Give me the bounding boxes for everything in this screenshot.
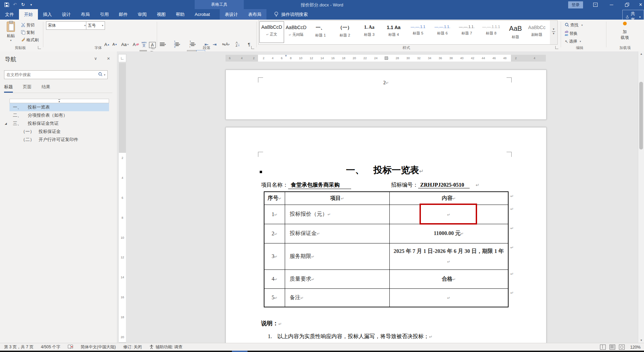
- horizontal-ruler[interactable]: 642 246810121416182022242628303234363840…: [226, 55, 546, 62]
- paste-clipboard-icon: [7, 22, 15, 32]
- style-no-spacing[interactable]: AaBbCcD↵ 无间隔: [284, 22, 308, 43]
- nav-collapse-headings-bar[interactable]: ▴: [9, 99, 109, 103]
- replace-button[interactable]: abac 替换: [565, 30, 578, 37]
- style-normal[interactable]: AaBbCcD↵ 正文: [259, 21, 284, 43]
- style-heading-2[interactable]: （一）标题 2: [333, 22, 357, 43]
- vertical-scrollbar[interactable]: ▲ ▼: [638, 51, 644, 343]
- print-layout-icon[interactable]: [609, 345, 615, 350]
- language-indicator[interactable]: 简体中文(中国大陆): [81, 344, 116, 350]
- qat-customize-icon[interactable]: ▾: [27, 1, 35, 8]
- copy-button[interactable]: 复制: [21, 30, 35, 36]
- style-heading-7[interactable]: —.—.1.1.标题 7: [455, 22, 479, 43]
- clear-formatting-icon[interactable]: A: [133, 41, 139, 48]
- styles-gallery: AaBbCcD↵ 正文 AaBbCcD↵ 无间隔 一、标题 1 （一）标题 2 …: [258, 20, 550, 45]
- vertical-ruler[interactable]: 2468101214161820: [119, 63, 126, 343]
- numbering-button[interactable]: 123▾: [174, 41, 180, 48]
- restore-icon[interactable]: [620, 0, 634, 9]
- nav-collapse-icon[interactable]: ∨: [94, 56, 97, 61]
- row-end-mark: ↵: [510, 194, 514, 198]
- nav-tab-headings[interactable]: 标题: [4, 84, 13, 93]
- page-2[interactable]: 2↵: [226, 70, 546, 120]
- bullets-button[interactable]: ▾: [160, 41, 166, 48]
- font-name-select[interactable]: 宋体▾: [46, 21, 87, 30]
- first-line-indent-marker[interactable]: ▼: [284, 54, 287, 57]
- signin-button[interactable]: 登录: [568, 1, 583, 8]
- tab-table-layout[interactable]: 表布局: [243, 9, 266, 20]
- minimize-icon[interactable]: ─: [605, 0, 618, 9]
- search-dropdown-icon[interactable]: ▾: [104, 73, 105, 76]
- tab-layout[interactable]: 布局: [76, 9, 95, 20]
- accessibility-icon[interactable]: [149, 345, 154, 350]
- accessibility-status[interactable]: 辅助功能: 调查: [156, 344, 183, 350]
- style-heading-4[interactable]: 1.1 Aa标题 4: [382, 22, 406, 43]
- table-column-marker[interactable]: [385, 56, 388, 60]
- read-mode-icon[interactable]: [600, 345, 606, 350]
- style-subtitle[interactable]: AaBbCc副标题: [525, 22, 549, 43]
- select-button[interactable]: ↖ 选择▾: [565, 39, 581, 44]
- font-size-select[interactable]: 五号▾: [86, 21, 105, 30]
- clipboard-dialog-launcher-icon[interactable]: [38, 46, 41, 49]
- phonetic-guide-button[interactable]: wén文: [142, 41, 147, 48]
- scroll-down-icon[interactable]: ▼: [638, 339, 644, 342]
- tab-acrobat[interactable]: Acrobat: [190, 9, 215, 20]
- tab-table-design[interactable]: 表设计: [220, 9, 243, 20]
- expand-triangle-icon[interactable]: ◢: [5, 122, 7, 125]
- style-heading-1[interactable]: 一、标题 1: [308, 22, 332, 43]
- style-heading-5[interactable]: —.—.1.1标题 5: [406, 22, 430, 43]
- scrollbar-thumb[interactable]: [639, 82, 643, 149]
- show-hide-marks-button[interactable]: ¶: [248, 41, 250, 48]
- word-count[interactable]: 4/505 个字: [41, 344, 60, 350]
- nav-heading-1[interactable]: 一、投标一览表: [9, 103, 109, 111]
- tab-home[interactable]: 开始: [19, 9, 38, 20]
- redo-icon[interactable]: ↻: [19, 1, 27, 8]
- nav-tab-results[interactable]: 结果: [42, 84, 50, 92]
- tab-insert[interactable]: 插入: [38, 9, 57, 20]
- tab-help[interactable]: 帮助: [171, 9, 190, 20]
- scroll-up-icon[interactable]: ▲: [638, 52, 644, 55]
- change-case-button[interactable]: Aa▾: [121, 41, 129, 48]
- format-painter-button[interactable]: 格式刷: [21, 37, 39, 43]
- tab-references[interactable]: 引用: [95, 9, 114, 20]
- cut-button[interactable]: 剪切: [21, 22, 35, 28]
- close-icon[interactable]: ×: [634, 0, 644, 9]
- nav-heading-3-1[interactable]: （一）投标保证金: [9, 127, 109, 136]
- tab-view[interactable]: 视图: [152, 9, 171, 20]
- proofing-icon[interactable]: [68, 345, 73, 350]
- nav-heading-2[interactable]: 二、分项报价表（如有）: [9, 111, 109, 119]
- font-dialog-launcher-icon[interactable]: [152, 46, 155, 49]
- ruler-margin-numbers: 642: [229, 55, 255, 62]
- web-layout-icon[interactable]: [619, 345, 625, 350]
- paragraph-dialog-launcher-icon[interactable]: [251, 46, 254, 49]
- nav-close-icon[interactable]: ×: [107, 55, 110, 61]
- addins-button[interactable]: 加 载项: [609, 22, 640, 41]
- save-icon[interactable]: [3, 1, 11, 8]
- tab-design[interactable]: 设计: [57, 9, 76, 20]
- undo-icon[interactable]: ↶: [11, 1, 19, 8]
- tab-file[interactable]: 文件: [0, 9, 19, 20]
- style-heading-3[interactable]: 1. Aa标题 3: [357, 22, 381, 43]
- zoom-level[interactable]: 120%: [630, 345, 641, 350]
- tab-stop-selector[interactable]: ∟: [118, 54, 126, 62]
- search-icon[interactable]: [98, 72, 103, 77]
- page-3[interactable]: 一、 投标一览表↵ 项目名称：食堂承包服务商采购招标编号：ZRHJPJ2025-…: [226, 127, 546, 343]
- nav-heading-3-2[interactable]: （二）开户行许可证复印件: [9, 136, 109, 144]
- table-row: 3↵ 服务期限↵ 2025 年 7 月 1 日-2026 年 6 月 30 日，…: [264, 243, 508, 269]
- style-title[interactable]: AaB标题: [503, 22, 528, 43]
- paste-button[interactable]: 粘贴 ▾: [3, 21, 19, 43]
- find-button[interactable]: 查找▾: [565, 22, 583, 28]
- nav-search-input[interactable]: 在文档中搜索 ▾: [4, 70, 108, 79]
- tell-me-search[interactable]: 操作说明搜索: [274, 11, 308, 18]
- tab-review[interactable]: 审阅: [133, 9, 152, 20]
- style-heading-8[interactable]: —.—.1.1.1标题 8: [479, 22, 503, 43]
- track-changes-indicator[interactable]: 修订: 关闭: [123, 344, 142, 350]
- ribbon-display-options-icon[interactable]: [588, 0, 602, 9]
- nav-tab-pages[interactable]: 页面: [23, 84, 31, 92]
- styles-more-button[interactable]: ▾▾: [550, 20, 558, 45]
- nav-heading-3[interactable]: ◢ 三、投标保证金凭证: [9, 119, 109, 127]
- page-indicator[interactable]: 第 3 页，共 7 页: [4, 344, 34, 350]
- styles-dialog-launcher-icon[interactable]: [555, 46, 558, 49]
- tab-mailings[interactable]: 邮件: [114, 9, 133, 20]
- notes-title: 说明：↵: [261, 320, 282, 327]
- style-heading-6[interactable]: —.—.1.1.标题 6: [430, 22, 454, 43]
- sort-button[interactable]: AZ↓: [236, 41, 240, 48]
